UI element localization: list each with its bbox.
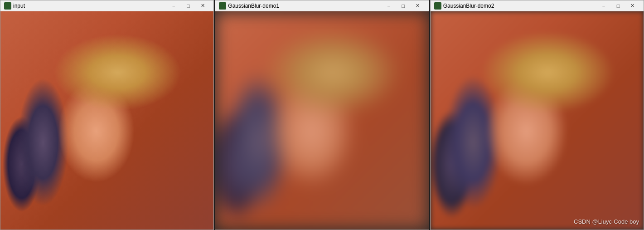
opencv-icon [4, 2, 11, 10]
minimize-button-blur2[interactable]: − [596, 0, 611, 11]
maximize-button-blur2[interactable]: □ [611, 0, 625, 11]
window-blur1: GaussianBlur-demo1 − □ ✕ [215, 0, 429, 230]
image-content-blur1 [215, 11, 428, 230]
titlebar-input[interactable]: input − □ ✕ [0, 0, 213, 11]
window-controls-blur2[interactable]: − □ ✕ [596, 0, 640, 11]
window-controls-input[interactable]: − □ ✕ [166, 0, 210, 11]
opencv-icon-blur1 [219, 2, 226, 10]
window-title-blur2: GaussianBlur-demo2 [443, 3, 596, 9]
window-title-blur1: GaussianBlur-demo1 [228, 3, 381, 9]
image-content-input [0, 11, 213, 230]
opencv-icon-blur2 [434, 2, 441, 10]
close-button-blur1[interactable]: ✕ [411, 0, 425, 11]
window-blur2: GaussianBlur-demo2 − □ ✕ CSDN @Liuyc-Cod… [430, 0, 644, 230]
lena-image-original [0, 11, 213, 230]
titlebar-blur2[interactable]: GaussianBlur-demo2 − □ ✕ [431, 0, 644, 11]
window-controls-blur1[interactable]: − □ ✕ [382, 0, 425, 11]
maximize-button-blur1[interactable]: □ [396, 0, 411, 11]
lena-image-blur1 [215, 11, 428, 230]
close-button-blur2[interactable]: ✕ [625, 0, 640, 11]
titlebar-blur1[interactable]: GaussianBlur-demo1 − □ ✕ [215, 0, 428, 11]
window-title-input: input [13, 3, 166, 9]
window-input: input − □ ✕ [0, 0, 214, 230]
lena-image-blur2 [431, 11, 644, 230]
close-button-input[interactable]: ✕ [195, 0, 210, 11]
minimize-button-input[interactable]: − [166, 0, 181, 11]
maximize-button-input[interactable]: □ [181, 0, 195, 11]
image-content-blur2: CSDN @Liuyc-Code boy [431, 11, 644, 230]
minimize-button-blur1[interactable]: − [382, 0, 396, 11]
